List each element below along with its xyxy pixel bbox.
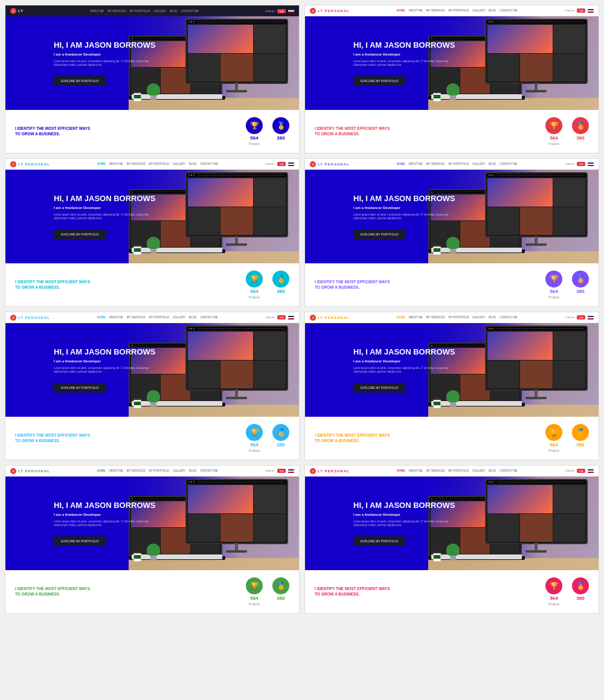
action-button[interactable]: ● ■	[577, 8, 585, 13]
nav-link-2[interactable]: MY SERVICES	[127, 316, 146, 319]
action-button[interactable]: ● ■	[577, 315, 585, 319]
nav-link-4[interactable]: GALLERY	[472, 9, 485, 12]
nav-link-4[interactable]: GALLERY	[472, 162, 485, 165]
nav-link-5[interactable]: BLOG	[489, 469, 496, 472]
nav-link-3[interactable]: GALLERY	[154, 10, 167, 13]
hero-title: HI, I AM JASON BORROWS	[54, 501, 289, 510]
nav-link-1[interactable]: ABOUT ME	[109, 162, 123, 165]
hero-desc: Lorem ipsum dolor sit amet, consectetur …	[353, 213, 462, 221]
stat-number-0: 564	[550, 289, 557, 294]
nav-link-4[interactable]: BLOG	[170, 10, 178, 13]
nav-links: HOMEABOUT MEMY SERVICESMY PORTFOLIOGALLE…	[397, 316, 518, 319]
navbar: ⚡LT PERSONALHOMEABOUT MEMY SERVICESMY PO…	[305, 312, 599, 323]
explore-portfolio-button[interactable]: EXPLORE MY PORTFOLIO	[54, 76, 106, 86]
nav-link-3[interactable]: MY PORTFOLIO	[149, 469, 169, 472]
nav-link-3[interactable]: MY PORTFOLIO	[448, 316, 469, 319]
nav-link-2[interactable]: MY SERVICES	[127, 162, 146, 165]
nav-link-0[interactable]: HOME	[397, 469, 405, 472]
nav-link-6[interactable]: CONTACT ME	[500, 162, 517, 165]
nav-link-0[interactable]: HOME	[397, 316, 405, 319]
nav-link-0[interactable]: HOME	[397, 162, 405, 165]
nav-link-1[interactable]: ABOUT ME	[408, 9, 422, 12]
nav-link-4[interactable]: GALLERY	[472, 316, 485, 319]
explore-portfolio-button[interactable]: EXPLORE MY PORTFOLIO	[353, 383, 406, 393]
nav-link-2[interactable]: MY SERVICES	[426, 9, 445, 12]
explore-portfolio-button[interactable]: EXPLORE MY PORTFOLIO	[353, 536, 406, 546]
nav-link-5[interactable]: BLOG	[489, 316, 496, 319]
nav-link-5[interactable]: BLOG	[189, 316, 197, 319]
action-button[interactable]: ● ■	[277, 9, 286, 13]
explore-portfolio-button[interactable]: EXPLORE MY PORTFOLIO	[353, 230, 406, 239]
explore-portfolio-button[interactable]: EXPLORE MY PORTFOLIO	[54, 230, 106, 239]
nav-link-6[interactable]: CONTACT ME	[500, 9, 517, 12]
nav-link-2[interactable]: MY PORTFOLIO	[130, 10, 150, 13]
stat-item-1: 🏅380	[572, 117, 589, 146]
nav-link-0[interactable]: HOME	[97, 162, 106, 165]
stats-tagline: I IDENTIFY THE MOST EFFICIENT WAYS TO GR…	[15, 586, 94, 597]
nav-link-2[interactable]: MY SERVICES	[127, 469, 146, 472]
nav-link-6[interactable]: CONTACT ME	[200, 162, 217, 165]
nav-link-5[interactable]: BLOG	[489, 9, 496, 12]
nav-link-1[interactable]: ABOUT ME	[408, 316, 422, 319]
stat-item-1: 🏅380	[572, 424, 589, 452]
logo-text: LT PERSONAL	[318, 162, 350, 166]
hero-desc: Lorem ipsum dolor sit amet, consectetur …	[54, 60, 162, 68]
nav-link-5[interactable]: BLOG	[489, 162, 496, 165]
nav-link-0[interactable]: HOME	[397, 9, 405, 12]
explore-portfolio-button[interactable]: EXPLORE MY PORTFOLIO	[353, 76, 406, 86]
action-button[interactable]: ● ■	[577, 469, 585, 473]
hero-section: HI, I AM JASON BORROWSI am a freelancer …	[5, 477, 299, 570]
nav-link-3[interactable]: MY PORTFOLIO	[149, 162, 169, 165]
nav-link-1[interactable]: ABOUT ME	[408, 469, 422, 472]
stat-item-1: 🏅380	[572, 577, 589, 606]
nav-link-6[interactable]: CONTACT ME	[500, 316, 517, 319]
nav-link-1[interactable]: ABOUT ME	[109, 469, 123, 472]
hero-desc: Lorem ipsum dolor sit amet, consectetur …	[54, 367, 162, 374]
nav-link-1[interactable]: ABOUT ME	[109, 316, 123, 319]
nav-logo: ⚡LT PERSONAL	[310, 8, 350, 14]
explore-portfolio-button[interactable]: EXPLORE MY PORTFOLIO	[54, 536, 106, 546]
hero-desc: Lorem ipsum dolor sit amet, consectetur …	[353, 367, 462, 374]
logo-icon: ⚡	[10, 161, 16, 167]
nav-link-2[interactable]: MY SERVICES	[426, 162, 445, 165]
nav-link-4[interactable]: GALLERY	[173, 162, 185, 165]
nav-link-1[interactable]: MY SERVICES	[108, 10, 126, 13]
nav-link-3[interactable]: MY PORTFOLIO	[149, 316, 169, 319]
nav-link-0[interactable]: HOME	[97, 316, 106, 319]
nav-link-4[interactable]: GALLERY	[173, 316, 185, 319]
stat-item-0: 🏆564Projects	[246, 577, 263, 606]
action-button[interactable]: ● ■	[577, 162, 585, 166]
action-button[interactable]: ● ■	[277, 315, 286, 319]
stat-label-0: Projects	[548, 295, 559, 299]
action-button[interactable]: ● ■	[277, 162, 286, 166]
nav-link-0[interactable]: HOME	[97, 469, 106, 472]
nav-link-4[interactable]: GALLERY	[173, 469, 185, 472]
stats-items: 🏆564Projects🏅380	[405, 271, 589, 299]
nav-link-3[interactable]: MY PORTFOLIO	[448, 162, 469, 165]
nav-link-4[interactable]: GALLERY	[472, 469, 485, 472]
nav-link-2[interactable]: MY SERVICES	[426, 469, 445, 472]
nav-link-2[interactable]: MY SERVICES	[426, 316, 445, 319]
nav-link-0[interactable]: ABOUT ME	[90, 10, 104, 13]
action-button[interactable]: ● ■	[277, 469, 286, 473]
joomla-label: JOMLA ▾	[265, 10, 275, 13]
nav-links: HOMEABOUT MEMY SERVICESMY PORTFOLIOGALLE…	[397, 469, 518, 472]
nav-link-3[interactable]: MY PORTFOLIO	[448, 469, 469, 472]
hero-title: HI, I AM JASON BORROWS	[54, 194, 289, 204]
nav-link-5[interactable]: BLOG	[189, 162, 197, 165]
nav-link-6[interactable]: CONTACT ME	[500, 469, 517, 472]
nav-link-5[interactable]: BLOG	[189, 469, 197, 472]
hero-desc: Lorem ipsum dolor sit amet, consectetur …	[353, 520, 462, 528]
nav-link-3[interactable]: MY PORTFOLIO	[448, 9, 469, 12]
explore-portfolio-button[interactable]: EXPLORE MY PORTFOLIO	[54, 383, 106, 393]
nav-link-6[interactable]: CONTACT ME	[200, 316, 217, 319]
stats-section: I IDENTIFY THE MOST EFFICIENT WAYS TO GR…	[5, 417, 299, 460]
stat-number-0: 564	[250, 289, 258, 294]
theme-card-2: ⚡LT PERSONALHOMEABOUT MEMY SERVICESMY PO…	[304, 5, 599, 153]
logo-icon: ⚡	[310, 161, 316, 167]
nav-link-6[interactable]: CONTACT ME	[200, 469, 217, 472]
logo-icon: ⚡	[10, 315, 16, 321]
nav-link-5[interactable]: CONTACT ME	[181, 10, 199, 13]
nav-link-1[interactable]: ABOUT ME	[408, 162, 422, 165]
hero-desc: Lorem ipsum dolor sit amet, consectetur …	[54, 213, 162, 221]
